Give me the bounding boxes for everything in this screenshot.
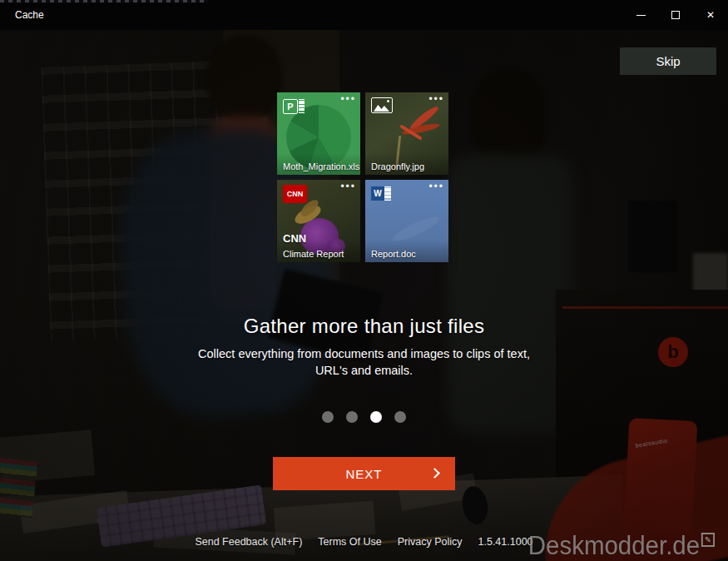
tile-cnn-climate-report[interactable]: CNN ••• CNN Climate Report	[277, 180, 360, 262]
edit-pencil-icon: ✎	[701, 533, 715, 547]
tile-label: Climate Report	[283, 249, 344, 259]
tile-menu-button[interactable]: •••	[340, 93, 356, 105]
tile-menu-button[interactable]: •••	[340, 181, 356, 192]
monitor-red-trim	[562, 306, 728, 309]
spiral-staircase	[41, 59, 275, 341]
computer-mouse	[459, 484, 491, 527]
skip-button[interactable]: Skip	[620, 47, 716, 75]
screen-edge-artifact	[0, 0, 208, 2]
next-button-label: NEXT	[273, 467, 455, 481]
person-right-shirt	[448, 155, 574, 434]
pencil	[97, 501, 174, 521]
minimize-button[interactable]	[623, 0, 658, 30]
maximize-button[interactable]	[658, 0, 693, 30]
tile-label: Report.doc	[371, 249, 416, 259]
image-icon-sun	[387, 100, 389, 102]
next-button[interactable]: NEXT	[273, 457, 455, 490]
terms-of-use-link[interactable]: Terms Of Use	[318, 536, 381, 548]
office-file-icon: P	[283, 97, 310, 115]
person-left-orange-shirt	[208, 117, 280, 313]
small-monitor	[628, 201, 678, 272]
watermark-text: Deskmodder.de	[528, 531, 700, 560]
minimize-icon	[636, 15, 646, 16]
carousel-dot-2[interactable]	[346, 411, 358, 423]
carousel-dot-1[interactable]	[322, 411, 334, 423]
page-description-line2: URL's and emails.	[0, 362, 728, 379]
page-description-line1: Collect everything from documents and im…	[0, 345, 728, 362]
send-feedback-link[interactable]: Send Feedback (Alt+F)	[195, 536, 302, 548]
titlebar: Cache ✕	[0, 0, 728, 30]
tile-label: Dragonfly.jpg	[371, 161, 424, 171]
word-w-glyph: W	[371, 186, 384, 201]
desk-paper	[19, 490, 130, 534]
window-controls: ✕	[623, 0, 728, 30]
cnn-logo: CNN	[283, 185, 307, 203]
tile-menu-button[interactable]: •••	[428, 181, 444, 192]
beats-stand-label: beatsaudio	[635, 434, 693, 449]
close-button[interactable]: ✕	[693, 0, 728, 30]
image-file-icon	[371, 97, 393, 113]
word-file-icon: W	[371, 185, 396, 202]
close-icon: ✕	[706, 10, 715, 20]
carousel-dots	[0, 411, 728, 423]
office-p-glyph: P	[283, 99, 298, 114]
office-page-glyph	[297, 97, 305, 115]
tile-report-doc[interactable]: W ••• Report.doc	[365, 180, 448, 262]
person-left-hair	[206, 35, 283, 122]
image-icon-mountains	[374, 103, 389, 112]
carousel-dot-3[interactable]	[370, 411, 382, 423]
person-right-hair	[471, 68, 547, 166]
tile-label: Moth_Migration.xls	[283, 161, 359, 171]
tile-dragonfly[interactable]: ••• Dragonfly.jpg	[365, 92, 448, 175]
tile-moth-migration[interactable]: P ••• Moth_Migration.xls	[277, 92, 360, 175]
page-description: Collect everything from documents and im…	[0, 345, 728, 379]
tile-menu-button[interactable]: •••	[428, 93, 444, 105]
colored-folder-stack	[0, 458, 37, 519]
window-title: Cache	[15, 9, 44, 21]
leaf-shadow	[390, 213, 442, 246]
tile-title: CNN	[283, 232, 306, 245]
privacy-policy-link[interactable]: Privacy Policy	[398, 536, 463, 548]
maximize-icon	[671, 11, 680, 19]
cache-window: Cache ✕ b beatsau	[0, 0, 728, 561]
paper-stack	[693, 253, 728, 293]
page-title: Gather more than just files	[0, 315, 728, 338]
desk-paper	[274, 501, 375, 541]
desk-paper	[0, 429, 95, 484]
carousel-dot-4[interactable]	[394, 411, 406, 423]
watermark: Deskmodder.de✎	[528, 531, 715, 561]
version-text: 1.5.41.1000	[478, 536, 533, 548]
